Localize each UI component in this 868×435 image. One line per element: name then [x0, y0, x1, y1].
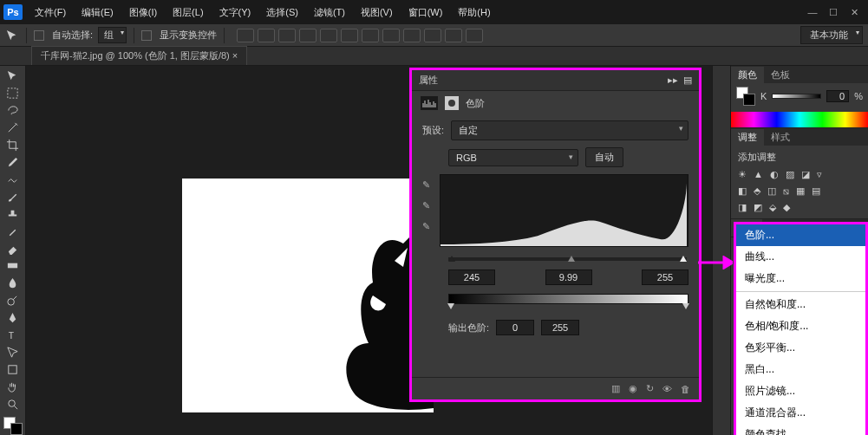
k-value[interactable]: 0 — [826, 90, 849, 102]
output-black-field[interactable]: 0 — [496, 320, 534, 335]
move-tool-icon[interactable] — [3, 68, 23, 84]
black-point-handle[interactable] — [448, 256, 455, 262]
prev-icon[interactable]: ◉ — [629, 383, 637, 394]
gamma-handle[interactable] — [568, 256, 575, 262]
output-gradient[interactable] — [448, 294, 689, 304]
histogram[interactable] — [440, 174, 689, 247]
adj-icon[interactable]: ☀ — [738, 169, 747, 180]
white-point-handle[interactable] — [680, 256, 687, 262]
menu-type[interactable]: 文字(Y) — [212, 3, 258, 22]
align-btn[interactable] — [424, 29, 441, 42]
history-brush-icon[interactable] — [3, 224, 23, 240]
showtransform-checkbox[interactable] — [141, 30, 152, 41]
panel-menu-icon[interactable]: ▤ — [683, 75, 692, 86]
align-btn[interactable] — [258, 29, 275, 42]
adj-icon[interactable]: ◆ — [783, 202, 790, 213]
adj-icon[interactable]: ◪ — [801, 169, 810, 180]
menu-view[interactable]: 视图(V) — [354, 3, 400, 22]
tab-adjustments[interactable]: 调整 — [731, 129, 764, 146]
align-btn[interactable] — [341, 29, 358, 42]
menu-item-curves[interactable]: 曲线... — [736, 246, 865, 268]
menu-filter[interactable]: 滤镜(T) — [307, 3, 352, 22]
hand-tool-icon[interactable] — [3, 379, 23, 395]
input-black-field[interactable]: 245 — [448, 269, 495, 285]
path-tool-icon[interactable] — [3, 344, 23, 360]
close-icon[interactable]: ✕ — [844, 4, 865, 20]
tab-styles[interactable]: 样式 — [764, 129, 797, 146]
input-gamma-field[interactable]: 9.99 — [545, 269, 592, 285]
wand-tool-icon[interactable] — [3, 120, 23, 136]
reset-icon[interactable]: ↻ — [646, 383, 654, 394]
preset-dropdown[interactable]: 自定 — [451, 120, 689, 140]
type-tool-icon[interactable]: T — [3, 327, 23, 343]
document-tab[interactable]: 千库网-猫2.jpg @ 100% (色阶 1, 图层蒙版/8) × — [31, 46, 247, 65]
autoselect-dropdown[interactable]: 组 — [98, 27, 127, 43]
blur-tool-icon[interactable] — [3, 275, 23, 291]
clip-icon[interactable]: ▥ — [611, 383, 620, 394]
adj-icon[interactable]: ◫ — [767, 185, 776, 197]
align-btn[interactable] — [362, 29, 379, 42]
menu-edit[interactable]: 编辑(E) — [75, 3, 121, 22]
menu-select[interactable]: 选择(S) — [259, 3, 305, 22]
adj-icon[interactable]: ◧ — [738, 185, 747, 197]
gradient-tool-icon[interactable] — [3, 257, 23, 274]
menu-item-hue[interactable]: 色相/饱和度... — [736, 315, 865, 337]
k-slider[interactable] — [772, 94, 821, 99]
menu-item-vibrance[interactable]: 自然饱和度... — [736, 294, 865, 315]
eraser-tool-icon[interactable] — [3, 241, 23, 257]
color-swatch[interactable] — [3, 417, 23, 435]
maximize-icon[interactable]: ☐ — [823, 4, 844, 20]
menu-item-balance[interactable]: 色彩平衡... — [736, 337, 865, 359]
tab-color[interactable]: 颜色 — [731, 67, 764, 83]
adj-icon[interactable]: ◐ — [770, 169, 779, 180]
menu-image[interactable]: 图像(I) — [122, 3, 164, 22]
adj-icon[interactable]: ⧅ — [783, 185, 789, 197]
crop-tool-icon[interactable] — [3, 137, 23, 153]
output-white-field[interactable]: 255 — [541, 320, 579, 335]
tab-swatches[interactable]: 色板 — [764, 67, 797, 83]
shape-tool-icon[interactable] — [3, 361, 23, 378]
fgbg-swatch[interactable] — [736, 87, 755, 106]
dodge-tool-icon[interactable] — [3, 292, 23, 308]
minimize-icon[interactable]: — — [802, 4, 823, 20]
marquee-tool-icon[interactable] — [3, 85, 23, 101]
stamp-tool-icon[interactable] — [3, 206, 23, 223]
adj-icon[interactable]: ⬙ — [769, 202, 776, 213]
pen-tool-icon[interactable] — [3, 309, 23, 326]
spectrum-bar[interactable] — [731, 112, 868, 127]
adj-icon[interactable]: ▿ — [817, 169, 822, 180]
brush-tool-icon[interactable] — [3, 189, 23, 205]
auto-button[interactable]: 自动 — [585, 147, 623, 167]
workspace-switcher[interactable]: 基本功能 — [800, 26, 863, 44]
mask-icon[interactable] — [445, 96, 459, 110]
align-btn[interactable] — [445, 29, 462, 42]
input-slider[interactable] — [448, 257, 687, 261]
align-btn[interactable] — [382, 29, 400, 42]
channel-dropdown[interactable]: RGB — [448, 149, 578, 166]
eyedropper-black-icon[interactable]: ✎ — [422, 179, 434, 192]
autoselect-checkbox[interactable] — [34, 30, 44, 41]
input-white-field[interactable]: 255 — [642, 269, 689, 285]
menu-item-mixer[interactable]: 通道混合器... — [736, 402, 865, 424]
menu-item-lookup[interactable]: 颜色查找... — [736, 424, 865, 435]
menu-item-exposure[interactable]: 曝光度... — [736, 268, 865, 289]
align-btn[interactable] — [237, 29, 254, 42]
menu-window[interactable]: 窗口(W) — [401, 3, 450, 22]
heal-tool-icon[interactable] — [3, 172, 23, 188]
adj-icon[interactable]: ◨ — [738, 202, 747, 213]
adj-icon[interactable]: ⬘ — [754, 185, 760, 197]
panel-collapse-icon[interactable]: ▸▸ — [668, 75, 678, 86]
adj-icon[interactable]: ▨ — [786, 169, 794, 180]
menu-item-levels[interactable]: 色阶... — [736, 224, 865, 246]
collapsed-panels[interactable] — [712, 66, 731, 435]
adj-icon[interactable]: ◩ — [754, 202, 762, 213]
visibility-icon[interactable]: 👁 — [662, 384, 672, 394]
menu-item-photo[interactable]: 照片滤镜... — [736, 380, 865, 402]
align-btn[interactable] — [320, 29, 337, 42]
out-white-handle[interactable] — [682, 303, 689, 309]
eyedropper-tool-icon[interactable] — [3, 154, 23, 171]
eyedropper-gray-icon[interactable]: ✎ — [422, 200, 434, 212]
align-btn[interactable] — [299, 29, 317, 42]
menu-layer[interactable]: 图层(L) — [166, 3, 210, 22]
adj-icon[interactable]: ▦ — [796, 185, 805, 197]
